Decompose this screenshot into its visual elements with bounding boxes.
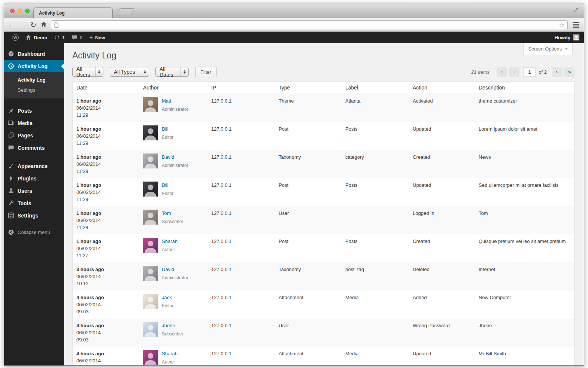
howdy-label: Howdy xyxy=(554,35,570,40)
prev-page-button[interactable]: ‹ xyxy=(509,67,519,77)
description-cell: Sed ullamcorper mi at ornare facilisis xyxy=(475,178,574,206)
author-link[interactable]: Bill xyxy=(162,182,168,189)
items-count: 21 items xyxy=(471,69,490,75)
submenu-item-settings[interactable]: Settings xyxy=(4,85,64,95)
forward-button[interactable]: → xyxy=(19,21,26,28)
sidebar-item-posts[interactable]: Posts xyxy=(4,104,64,117)
sidebar-item-plugins[interactable]: Plugins xyxy=(4,172,64,185)
comments-menu[interactable]: 0 xyxy=(68,32,86,43)
type-cell: Attachment xyxy=(275,291,342,319)
author-role: Subscriber xyxy=(162,331,183,338)
author-info: Bill Editor xyxy=(162,182,173,203)
new-tab-button[interactable] xyxy=(117,8,135,15)
type-cell: Post xyxy=(275,122,342,150)
sidebar-item-pages[interactable]: Pages xyxy=(4,129,64,142)
author-link[interactable]: Jhone xyxy=(162,322,175,329)
site-name-menu[interactable]: Demo xyxy=(22,32,51,43)
admin-sidebar: Dashboard Activity Log Activity Log Sett… xyxy=(4,43,64,366)
sidebar-label: Plugins xyxy=(18,176,37,182)
ip-cell: 127.0.0.1 xyxy=(207,347,275,366)
date-value: 06/02/2014 xyxy=(76,161,136,168)
relative-time: 4 hours ago xyxy=(76,294,136,301)
sidebar-item-settings[interactable]: Settings xyxy=(4,209,64,222)
column-header-description: Description xyxy=(475,85,574,91)
time-value: 09:03 xyxy=(76,308,136,315)
sidebar-item-comments[interactable]: Comments xyxy=(4,142,64,154)
time-value: 10:12 xyxy=(76,280,136,287)
action-cell: Created xyxy=(409,150,475,178)
author-cell: Bill Editor xyxy=(139,122,207,150)
sidebar-item-appearance[interactable]: Appearance xyxy=(4,160,64,172)
posts-icon xyxy=(8,107,14,114)
close-window-button[interactable] xyxy=(10,9,15,13)
page-title: Activity Log xyxy=(72,43,575,61)
activity-log-icon xyxy=(8,63,14,69)
author-link[interactable]: David xyxy=(162,266,174,273)
current-page-input[interactable] xyxy=(523,67,536,77)
sidebar-item-users[interactable]: Users xyxy=(4,185,64,197)
sidebar-item-dashboard[interactable]: Dashboard xyxy=(4,48,64,60)
ip-cell: 127.0.0.1 xyxy=(207,178,275,206)
home-button[interactable] xyxy=(40,21,47,29)
author-cell: Bill Editor xyxy=(139,178,207,206)
author-link[interactable]: Sharah xyxy=(162,238,178,245)
author-role: Administrator xyxy=(162,162,188,169)
bookmark-star-icon[interactable]: ☆ xyxy=(559,21,564,28)
first-page-button[interactable]: « xyxy=(497,67,507,77)
author-link[interactable]: Matt xyxy=(162,97,171,104)
wp-logo-menu[interactable]: W xyxy=(9,32,22,43)
label-cell: post_tag xyxy=(342,262,409,291)
zoom-window-button[interactable] xyxy=(25,9,30,13)
browser-tab-strip: Activity Log ⤢ xyxy=(4,3,584,18)
address-bar[interactable]: ☆ xyxy=(51,20,568,30)
pagination: 21 items « ‹ of 2 › » xyxy=(471,67,575,77)
collapse-menu-button[interactable]: Collapse menu xyxy=(4,226,64,238)
updates-menu[interactable]: 1 xyxy=(51,32,68,43)
select-spinner-icon xyxy=(181,67,188,76)
sidebar-item-activity-log[interactable]: Activity Log xyxy=(4,60,64,72)
my-account-menu[interactable]: Howdy xyxy=(554,34,579,40)
author-link[interactable]: Sharah xyxy=(162,350,178,357)
description-cell: Mr Bill Smith xyxy=(475,347,574,366)
relative-time: 1 hour ago xyxy=(76,182,136,189)
back-button[interactable]: ← xyxy=(8,21,15,28)
browser-menu-button[interactable] xyxy=(572,21,580,28)
date-cell: 1 hour ago 06/02/2014 11:28 xyxy=(73,206,139,234)
last-page-button[interactable]: » xyxy=(564,67,575,77)
description-cell: Tom xyxy=(475,206,574,234)
submenu-item-activity-log[interactable]: Activity Log xyxy=(4,75,64,85)
ip-cell: 127.0.0.1 xyxy=(207,291,275,319)
filter-button[interactable]: Filter xyxy=(195,67,216,77)
sidebar-label: Tools xyxy=(18,200,31,206)
types-filter-select[interactable]: All Types xyxy=(110,67,149,77)
screen-options-button[interactable]: Screen Options xyxy=(523,43,573,55)
description-cell: Jhone xyxy=(475,319,574,347)
avatar xyxy=(143,153,158,168)
dates-filter-select[interactable]: All Dates xyxy=(155,67,189,77)
author-link[interactable]: David xyxy=(162,153,174,161)
comment-count: 0 xyxy=(80,35,82,40)
date-cell: 4 hours ago 06/02/2014 09:03 xyxy=(73,291,139,319)
time-value: 11:29 xyxy=(76,140,136,147)
action-cell: Updated xyxy=(409,122,475,150)
users-filter-value: All Users xyxy=(73,67,95,76)
date-value: 06/02/2014 xyxy=(76,189,136,196)
browser-tab[interactable]: Activity Log xyxy=(33,7,113,18)
minimize-window-button[interactable] xyxy=(18,9,22,13)
sidebar-item-tools[interactable]: Tools xyxy=(4,197,64,209)
reload-button[interactable]: ↻ xyxy=(30,21,36,28)
menu-separator xyxy=(4,98,64,104)
activity-log-table: Date Author IP Type Label Action Descrip… xyxy=(72,81,575,366)
new-content-menu[interactable]: + New xyxy=(86,32,109,43)
sidebar-item-media[interactable]: Media xyxy=(4,117,64,129)
users-filter-select[interactable]: All Users xyxy=(72,67,103,77)
author-info: Bill Editor xyxy=(162,125,173,147)
author-link[interactable]: Bill xyxy=(162,125,168,133)
ip-cell: 127.0.0.1 xyxy=(207,206,275,234)
author-link[interactable]: Tom xyxy=(162,210,171,217)
author-role: Author xyxy=(162,246,178,253)
next-page-button[interactable]: › xyxy=(552,67,562,77)
author-link[interactable]: Jack xyxy=(162,294,172,301)
author-role: Editor xyxy=(162,302,173,310)
users-icon xyxy=(8,188,14,194)
